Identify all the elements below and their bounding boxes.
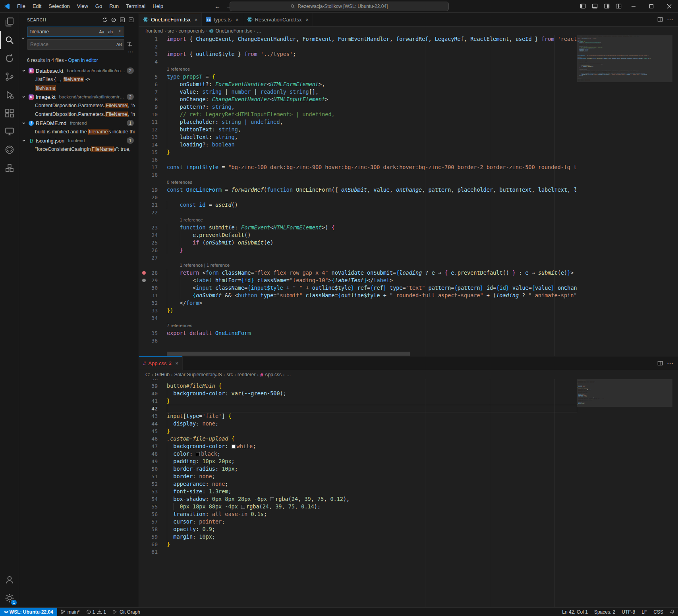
tab-onelineform-tsx[interactable]: OneLineForm.tsx × — [139, 13, 202, 26]
menu-selection[interactable]: Selection — [45, 2, 73, 10]
menu-go[interactable]: Go — [92, 2, 106, 10]
menu-file[interactable]: File — [14, 2, 29, 10]
activity-explorer[interactable] — [0, 13, 19, 31]
breakpoint-icon[interactable] — [142, 279, 146, 282]
split-editor-icon[interactable] — [657, 17, 663, 22]
search-result-match[interactable]: fileName — [19, 84, 139, 92]
horizontal-scrollbar[interactable] — [167, 352, 410, 356]
regex-toggle[interactable]: .* — [115, 28, 123, 36]
toggle-search-details-icon[interactable]: ⋯ — [19, 50, 139, 55]
replace-input[interactable] — [27, 39, 124, 50]
open-in-editor-link[interactable]: Open in editor — [68, 58, 98, 63]
color-swatch[interactable] — [270, 497, 274, 501]
menu-help[interactable]: Help — [149, 2, 167, 10]
problems-indicator[interactable]: 1 1 — [83, 608, 109, 616]
settings-gear-icon[interactable]: 1 — [0, 589, 19, 607]
customize-layout-icon[interactable] — [612, 0, 624, 12]
tab-app-css[interactable]: # App.css 2 × — [139, 356, 183, 370]
close-icon[interactable]: × — [236, 17, 239, 23]
codelens[interactable]: 1 reference — [139, 65, 577, 73]
accounts-icon[interactable] — [0, 571, 19, 589]
breadcrumb-item-file[interactable]: OneLineForm.tsx — [209, 28, 252, 34]
toggle-secondary-sidebar-icon[interactable] — [601, 0, 612, 12]
refresh-icon[interactable] — [100, 15, 109, 24]
cursor-position[interactable]: Ln 42, Col 1 — [559, 608, 591, 616]
code-editor-bottom[interactable]: 3839button#fileMain {40 background-color… — [139, 379, 678, 607]
search-result-match[interactable]: "forceConsistentCasingInFileNames": true… — [19, 145, 139, 154]
activity-sync[interactable] — [0, 49, 19, 67]
toggle-panel-icon[interactable] — [589, 0, 601, 12]
close-button[interactable] — [660, 0, 678, 12]
activity-remote-explorer[interactable] — [0, 122, 19, 141]
indentation[interactable]: Spaces: 2 — [591, 608, 618, 616]
encoding[interactable]: UTF-8 — [618, 608, 638, 616]
minimap-slider[interactable] — [577, 379, 672, 407]
clear-search-results-icon[interactable] — [109, 15, 118, 24]
color-swatch[interactable] — [232, 445, 236, 449]
breadcrumb-item[interactable]: src — [226, 372, 233, 377]
git-graph-button[interactable]: Git Graph — [109, 608, 143, 616]
breadcrumb-item[interactable]: … — [286, 372, 291, 377]
activity-search[interactable] — [0, 31, 19, 49]
search-result-file[interactable]: KImage.ktbackend/src/main/kotlin/com/rez… — [19, 92, 139, 101]
branch-indicator[interactable]: main* — [57, 608, 83, 616]
tab-reservationcard-tsx[interactable]: ReservationCard.tsx × — [243, 13, 313, 26]
breadcrumb-item-file[interactable]: # App.css — [260, 372, 282, 378]
breadcrumb-item[interactable]: GitHub — [155, 372, 170, 377]
maximize-button[interactable] — [642, 0, 660, 12]
eol-sequence[interactable]: LF — [638, 608, 650, 616]
close-icon[interactable]: × — [176, 360, 179, 366]
code-editor-top[interactable]: 1import { ChangeEvent, ChangeEventHandle… — [139, 35, 678, 356]
breadcrumb-item[interactable]: C: — [145, 372, 150, 377]
language-mode[interactable]: CSS — [650, 608, 666, 616]
search-result-match[interactable]: ContentDisposition.Parameters.FileName, … — [19, 110, 139, 119]
toggle-replace-icon[interactable] — [20, 27, 26, 50]
collapse-all-icon[interactable] — [127, 15, 135, 24]
more-actions-icon[interactable]: ⋯ — [667, 360, 673, 367]
back-arrow-icon[interactable]: ← — [214, 3, 220, 10]
search-result-file[interactable]: KDatabase.ktbackend/src/main/kotlin/com/… — [19, 66, 139, 75]
activity-run-debug[interactable] — [0, 86, 19, 104]
close-icon[interactable]: × — [305, 17, 309, 23]
codelens[interactable]: 0 references — [139, 179, 577, 186]
minimize-button[interactable] — [624, 0, 642, 12]
open-new-search-editor-icon[interactable] — [118, 15, 127, 24]
breadcrumb-item[interactable]: frontend — [145, 28, 163, 34]
minimap[interactable]: 1import { ChangeEvent, ChangeEventHandle… — [577, 35, 672, 356]
remote-indicator[interactable]: >< WSL: Ubuntu-22.04 — [0, 608, 57, 616]
search-result-match[interactable]: .listFiles { _, fileName -> — [19, 75, 139, 84]
codelens[interactable]: 1 reference — [139, 216, 577, 224]
breadcrumb-item[interactable]: components — [178, 28, 204, 34]
codelens[interactable]: 7 references — [139, 322, 577, 329]
breadcrumb-item[interactable]: src — [168, 28, 174, 34]
menu-run[interactable]: Run — [106, 2, 122, 10]
activity-containers[interactable] — [0, 159, 19, 177]
search-results-tree[interactable]: KDatabase.ktbackend/src/main/kotlin/com/… — [19, 66, 139, 154]
whole-word-toggle[interactable]: ab — [106, 28, 114, 36]
notifications-bell-icon[interactable] — [666, 608, 678, 616]
match-case-toggle[interactable]: Aa — [98, 28, 106, 36]
preserve-case-toggle[interactable]: AB — [115, 40, 123, 48]
search-result-file[interactable]: iREADME.mdfrontend1 — [19, 119, 139, 127]
search-result-file[interactable]: {}tsconfig.jsonfrontend1 — [19, 136, 139, 145]
breadcrumb-item[interactable]: renderer — [238, 372, 255, 377]
menu-edit[interactable]: Edit — [29, 2, 45, 10]
color-swatch[interactable] — [196, 452, 200, 456]
replace-all-icon[interactable] — [125, 27, 134, 50]
close-icon[interactable]: × — [195, 17, 198, 23]
breadcrumb-item[interactable]: Solar-SuplementaryJS — [174, 372, 222, 377]
tab-types-ts[interactable]: TS types.ts × — [202, 13, 243, 26]
codelens[interactable]: 1 reference | 1 reference — [139, 262, 577, 269]
toggle-primary-sidebar-icon[interactable] — [577, 0, 589, 12]
activity-extensions[interactable] — [0, 104, 19, 122]
minimap-slider[interactable] — [577, 35, 672, 82]
minimap[interactable]: 3839button#fileMain {40 background-color… — [577, 379, 672, 607]
activity-github[interactable] — [0, 141, 19, 159]
search-result-match[interactable]: build is minified and the filenames incl… — [19, 127, 139, 136]
command-center[interactable]: Rezerwacja-Stolikow [WSL: Ubuntu-22.04] — [230, 2, 449, 11]
more-actions-icon[interactable]: ⋯ — [667, 16, 673, 23]
split-editor-icon[interactable] — [657, 360, 663, 366]
menu-terminal[interactable]: Terminal — [122, 2, 149, 10]
activity-source-control[interactable] — [0, 67, 19, 86]
breakpoint-icon[interactable] — [142, 271, 146, 275]
